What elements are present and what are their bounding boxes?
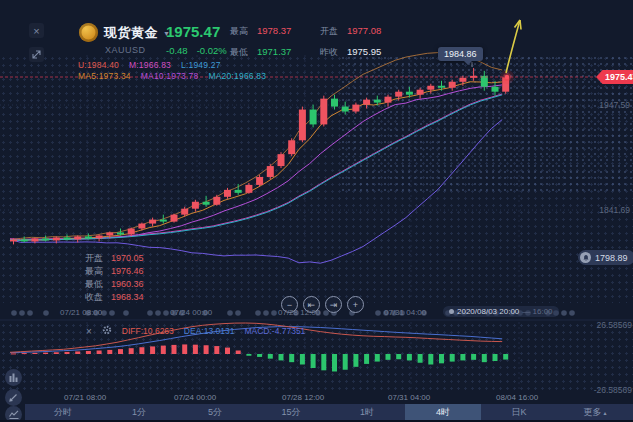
tab-1min[interactable]: 1分 <box>101 404 177 421</box>
boll-upper-value: U:1984.40 <box>78 60 119 70</box>
mid-time-label: 07/28 12:00 <box>278 308 320 317</box>
x-axis-label: 07/21 08:00 <box>64 393 106 402</box>
macd-header: × DIFF:10.6263 DEA:13.0131 MACD:-4.77351 <box>86 325 305 337</box>
visible-range-label: 2020/08/03 20:00 — 16:00 <box>443 306 559 317</box>
diff-value: DIFF:10.6263 <box>122 326 174 336</box>
stat-prev-close: 昨收 1975.95 <box>320 46 381 59</box>
mid-time-label: 07/24 00:00 <box>170 308 212 317</box>
boll-lower-value: L:1949.27 <box>181 60 221 70</box>
tab-15min[interactable]: 15分 <box>253 404 329 421</box>
expand-icon[interactable] <box>29 47 44 62</box>
instrument-symbol: XAUUSD <box>105 45 146 55</box>
range-bullet-icon <box>449 309 454 314</box>
boll-values: U:1984.40 M:1966.83 L:1949.27 <box>78 60 221 70</box>
ma5-value: MA5:1973.34 <box>78 71 131 81</box>
x-axis-label: 07/31 04:00 <box>388 393 430 402</box>
volume-tool-button[interactable] <box>5 369 22 386</box>
instrument-coin-icon <box>79 23 98 42</box>
macd-value: MACD:-4.77351 <box>244 326 305 336</box>
macd-close-button[interactable]: × <box>86 326 92 337</box>
price-change: -0.48 <box>166 45 188 56</box>
zoom-in-button[interactable]: + <box>347 296 364 313</box>
ma-values: MA5:1973.34 MA10:1973.78 MA20:1966.83 <box>78 71 266 81</box>
mid-time-label: 07/31 04:00 <box>384 308 426 317</box>
high-callout: 1984.86 <box>438 47 483 61</box>
macd-ymin-label: -26.58569 <box>572 385 632 395</box>
last-price: 1975.47 <box>166 23 220 40</box>
ma20-value: MA20:1966.83 <box>208 71 266 81</box>
y-axis-label-2: 1841.69 <box>570 205 630 215</box>
tab-4hour[interactable]: 4时 <box>405 404 481 421</box>
caret-up-icon: ▴ <box>603 409 606 416</box>
mid-time-label: 07/21 08:00 <box>60 308 102 317</box>
tab-fenshi[interactable]: 分时 <box>25 404 101 421</box>
y-axis-label-1: 1947.59 <box>570 100 630 110</box>
current-price-tag: 1975.47 <box>596 70 633 84</box>
dea-value: DEA:13.0131 <box>184 326 235 336</box>
trading-app-window: × 现货黄金 ▼ XAUUSD 1975.47 -0.48 -0.02% 最高 … <box>0 0 633 422</box>
bell-icon <box>580 252 591 263</box>
draw-tool-button[interactable] <box>5 389 22 406</box>
ma10-value: MA10:1973.78 <box>141 71 199 81</box>
stat-open: 开盘 1977.08 <box>320 25 381 38</box>
tab-1hour[interactable]: 1时 <box>329 404 405 421</box>
tab-5min[interactable]: 5分 <box>177 404 253 421</box>
x-axis-label: 07/24 00:00 <box>174 393 216 402</box>
alert-price: 1798.89 <box>595 253 628 263</box>
boll-middle-value: M:1966.83 <box>129 60 171 70</box>
interval-tab-bar: 分时 1分 5分 15分 1时 4时 日K 更多▴ <box>25 404 633 421</box>
jump-to-end-button[interactable]: ⇥ <box>325 296 342 313</box>
price-change-row: -0.48 -0.02% <box>166 45 227 56</box>
macd-ymax-label: 26.58569 <box>572 320 632 330</box>
ohlc-tooltip: 开盘1970.05 最高1976.46 最低1960.36 收盘1968.34 <box>85 252 144 304</box>
price-change-pct: -0.02% <box>197 45 227 56</box>
x-axis-label: 07/28 12:00 <box>282 393 324 402</box>
tab-daily[interactable]: 日K <box>481 404 557 421</box>
instrument-selector[interactable]: 现货黄金 ▼ <box>104 24 170 42</box>
gear-icon[interactable] <box>102 325 112 337</box>
stat-high: 最高 1978.37 <box>230 25 291 38</box>
page-title: 现货黄金 <box>104 24 158 42</box>
close-button[interactable]: × <box>29 23 44 38</box>
price-alert-pill[interactable]: 1798.89 <box>578 250 633 265</box>
stat-low: 最低 1971.37 <box>230 46 291 59</box>
tab-more[interactable]: 更多▴ <box>557 404 633 421</box>
x-axis-label: 08/04 16:00 <box>496 393 538 402</box>
